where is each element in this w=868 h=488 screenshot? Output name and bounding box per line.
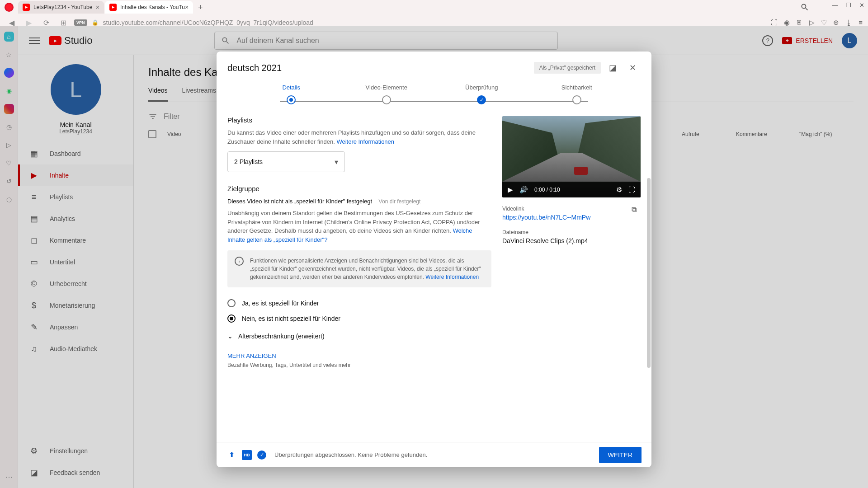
window-controls: — ❐ ✕ — [832, 2, 864, 9]
volume-icon[interactable]: 🔊 — [519, 186, 528, 194]
tab-title: Inhalte des Kanals - YouTu — [120, 4, 185, 10]
upload-stepper: Details Video-Elemente Überprüfung Sicht… — [217, 84, 651, 108]
next-button[interactable]: WEITER — [599, 447, 642, 463]
dialog-form: Playlists Du kannst das Video einer oder… — [227, 116, 491, 442]
audience-info-box: i Funktionen wie personalisierte Anzeige… — [227, 250, 491, 287]
step-label: Sichtbarkeit — [561, 84, 592, 91]
audience-status-row: Dieses Video ist nicht als „speziell für… — [227, 197, 491, 205]
menu-icon[interactable]: ≡ — [859, 19, 863, 27]
playlists-title: Playlists — [227, 116, 491, 124]
step-circle-icon — [477, 95, 486, 104]
dropdown-value: 2 Playlists — [234, 158, 263, 165]
close-window-icon[interactable]: ✕ — [859, 2, 864, 9]
step-label: Details — [282, 84, 300, 91]
address-bar-actions: ⛶ ◉ ⛨ ▷ ♡ ⊕ ⭳ ≡ — [771, 19, 863, 27]
upload-dialog: deutsch 2021 Als „Privat" gespeichert ◪ … — [217, 52, 651, 467]
step-label: Video-Elemente — [366, 84, 407, 91]
video-link-row: Videolink https://youtu.be/nN7LC--MmPw ⧉ — [502, 197, 641, 221]
play-icon[interactable]: ▶ — [508, 186, 513, 194]
dialog-body: Playlists Du kannst das Video einer oder… — [217, 108, 651, 442]
tab-bar: LetsPlay1234 - YouTube × Inhalte des Kan… — [0, 0, 868, 14]
step-circle-icon — [287, 95, 296, 104]
playlists-desc: Du kannst das Video einer oder mehreren … — [227, 128, 491, 146]
playlists-more-link[interactable]: Weitere Informationen — [336, 138, 394, 145]
minimize-icon[interactable]: — — [832, 2, 838, 9]
step-circle-icon — [382, 95, 391, 104]
heart-icon[interactable]: ♡ — [821, 19, 827, 27]
fullscreen-icon[interactable]: ⛶ — [628, 186, 635, 194]
copy-icon[interactable]: ⧉ — [632, 206, 641, 215]
info-more-link[interactable]: Weitere Informationen — [425, 274, 479, 280]
new-tab-button[interactable]: + — [194, 1, 207, 14]
radio-icon — [227, 299, 236, 307]
screenshot-icon[interactable]: ⛶ — [771, 19, 778, 27]
show-more-desc: Bezahlte Werbung, Tags, Untertitel und v… — [227, 362, 491, 368]
audience-set-by: Von dir festgelegt — [379, 198, 421, 205]
camera-icon[interactable]: ◉ — [784, 19, 790, 27]
saved-badge: Als „Privat" gespeichert — [534, 62, 601, 74]
show-more-button[interactable]: Mehr anzeigen — [227, 352, 491, 359]
age-restriction-expander[interactable]: ⌄ Altersbeschränkung (erweitert) — [227, 326, 491, 346]
close-tab-icon[interactable]: × — [96, 4, 99, 11]
audience-status: Dieses Video ist nicht als „speziell für… — [227, 198, 372, 205]
maximize-icon[interactable]: ❐ — [846, 2, 851, 9]
step-checks[interactable]: Überprüfung — [434, 84, 529, 104]
browser-tab[interactable]: LetsPlay1234 - YouTube × — [18, 1, 104, 14]
close-tab-icon[interactable]: × — [185, 4, 189, 11]
radio-checked-icon — [227, 314, 236, 323]
chevron-down-icon: ⌄ — [227, 333, 233, 340]
scrollbar[interactable] — [647, 178, 651, 368]
audience-title: Zielgruppe — [227, 185, 491, 192]
download-icon[interactable]: ⭳ — [845, 19, 852, 27]
videolink-label: Videolink — [502, 206, 590, 212]
url-field[interactable]: studio.youtube.com/channel/UCocN6zQPHQZ_… — [103, 19, 767, 26]
vpn-badge[interactable]: VPN — [74, 19, 87, 26]
audience-radio-no[interactable]: Nein, es ist nicht speziell für Kinder — [227, 311, 491, 326]
step-elements[interactable]: Video-Elemente — [339, 84, 434, 104]
hd-badge-icon: HD — [242, 450, 252, 460]
tab-title: LetsPlay1234 - YouTube — [33, 4, 92, 10]
dialog-preview: ▶ 🔊 0:00 / 0:10 ⚙ ⛶ Videolink https://yo… — [502, 116, 641, 442]
lock-icon[interactable]: 🔒 — [92, 19, 99, 26]
close-dialog-icon[interactable]: ✕ — [624, 60, 641, 76]
check-complete-icon: ✓ — [257, 450, 266, 460]
expander-label: Altersbeschränkung (erweitert) — [238, 333, 325, 340]
info-text: Funktionen wie personalisierte Anzeigen … — [250, 257, 484, 281]
checks-status: Überprüfungen abgeschlossen. Keine Probl… — [274, 451, 427, 458]
audience-radio-yes[interactable]: Ja, es ist speziell für Kinder — [227, 296, 491, 311]
playlists-dropdown[interactable]: 2 Playlists ▾ — [227, 151, 345, 172]
upload-complete-icon: ⬆ — [226, 450, 236, 460]
youtube-favicon-icon — [23, 4, 30, 11]
audience-desc: Unabhängig von deinem Standort gelten di… — [227, 209, 491, 244]
info-icon: i — [235, 257, 244, 266]
video-link[interactable]: https://youtu.be/nN7LC--MmPw — [502, 214, 590, 221]
step-details[interactable]: Details — [244, 84, 339, 104]
step-circle-icon — [572, 95, 581, 104]
dialog-title: deutsch 2021 — [227, 63, 282, 73]
youtube-favicon-icon — [109, 4, 117, 11]
filename: DaVinci Resolve Clips (2).mp4 — [502, 237, 641, 244]
feedback-icon[interactable]: ◪ — [604, 60, 621, 76]
filename-label: Dateiname — [502, 229, 641, 235]
shield-icon[interactable]: ⛨ — [796, 19, 803, 27]
radio-label: Nein, es ist nicht speziell für Kinder — [242, 315, 340, 322]
chevron-down-icon: ▾ — [335, 158, 338, 166]
step-label: Überprüfung — [465, 84, 498, 91]
send-icon[interactable]: ▷ — [809, 19, 815, 27]
browser-chrome: LetsPlay1234 - YouTube × Inhalte des Kan… — [0, 0, 868, 26]
extension-icon[interactable]: ⊕ — [833, 19, 839, 27]
video-controls: ▶ 🔊 0:00 / 0:10 ⚙ ⛶ — [502, 182, 641, 197]
opera-icon[interactable] — [5, 3, 14, 12]
browser-search-icon[interactable] — [800, 3, 809, 14]
step-visibility[interactable]: Sichtbarkeit — [529, 84, 625, 104]
video-preview[interactable]: ▶ 🔊 0:00 / 0:10 ⚙ ⛶ — [502, 116, 641, 197]
dialog-footer: ⬆ HD ✓ Überprüfungen abgeschlossen. Kein… — [217, 442, 651, 467]
browser-tab-active[interactable]: Inhalte des Kanals - YouTu × — [105, 1, 193, 14]
dialog-header: deutsch 2021 Als „Privat" gespeichert ◪ … — [217, 52, 651, 84]
video-time: 0:00 / 0:10 — [534, 187, 560, 193]
settings-gear-icon[interactable]: ⚙ — [616, 186, 622, 194]
radio-label: Ja, es ist speziell für Kinder — [242, 300, 319, 307]
